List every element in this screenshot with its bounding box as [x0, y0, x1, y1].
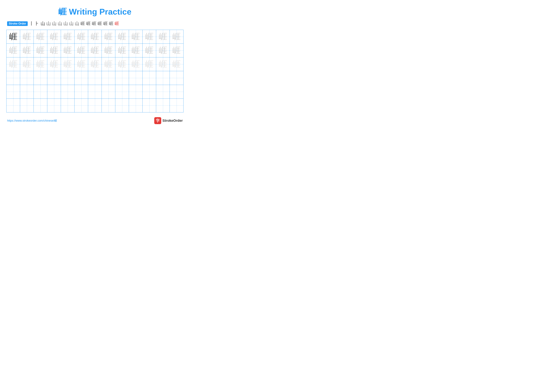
grid-cell-5-7[interactable]	[88, 85, 102, 99]
char-light: 崕	[172, 45, 181, 56]
grid-cell-6-11[interactable]	[143, 99, 156, 112]
grid-cell-4-5[interactable]	[61, 71, 74, 85]
grid-cell-2-8: 崕	[102, 44, 115, 57]
grid-cell-6-7[interactable]	[88, 99, 102, 112]
footer-url[interactable]: https://www.strokeorder.com/chinese/崕	[7, 119, 57, 122]
char-light: 崕	[172, 31, 181, 42]
grid-cell-6-12[interactable]	[156, 99, 170, 112]
grid-row-4	[7, 71, 183, 85]
char-faint: 崕	[159, 59, 167, 70]
stroke-step-4: 山	[46, 21, 51, 27]
grid-cell-6-8[interactable]	[102, 99, 115, 112]
grid-cell-4-6[interactable]	[74, 71, 88, 85]
char-faint: 崕	[64, 59, 72, 70]
grid-cell-2-13: 崕	[170, 44, 183, 57]
grid-cell-5-8[interactable]	[102, 85, 115, 99]
char-faint: 崕	[145, 59, 153, 70]
grid-cell-3-3: 崕	[34, 57, 47, 71]
grid-cell-4-9[interactable]	[115, 71, 129, 85]
grid-cell-1-7: 崕	[88, 30, 102, 43]
char-light: 崕	[132, 31, 140, 42]
grid-cell-4-3[interactable]	[34, 71, 47, 85]
grid-cell-4-8[interactable]	[102, 71, 115, 85]
stroke-step-2: ⺊	[35, 21, 39, 27]
grid-cell-3-13: 崕	[170, 57, 183, 71]
grid-cell-6-6[interactable]	[74, 99, 88, 112]
grid-cell-3-9: 崕	[115, 57, 129, 71]
char-faint: 崕	[118, 59, 126, 70]
grid-cell-2-4: 崕	[47, 44, 61, 57]
char-light: 崕	[37, 45, 45, 56]
char-light: 崕	[104, 45, 113, 56]
grid-cell-1-9: 崕	[115, 30, 129, 43]
grid-cell-5-5[interactable]	[61, 85, 74, 99]
grid-cell-6-10[interactable]	[129, 99, 143, 112]
page-title: 崕 Writing Practice	[6, 5, 183, 17]
grid-cell-2-5: 崕	[61, 44, 74, 57]
grid-cell-5-9[interactable]	[115, 85, 129, 99]
grid-cell-3-5: 崕	[61, 57, 74, 71]
grid-row-6	[7, 99, 183, 112]
grid-cell-1-1: 崕	[7, 30, 20, 43]
grid-row-5	[7, 85, 183, 99]
grid-cell-5-1[interactable]	[7, 85, 20, 99]
char-faint: 崕	[9, 59, 17, 70]
grid-cell-4-10[interactable]	[129, 71, 143, 85]
grid-cell-4-1[interactable]	[7, 71, 20, 85]
grid-cell-6-5[interactable]	[61, 99, 74, 112]
char-faint: 崕	[77, 59, 85, 70]
stroke-step-10: 崕	[80, 21, 85, 27]
grid-cell-6-2[interactable]	[20, 99, 34, 112]
char-dark: 崕	[9, 31, 17, 42]
stroke-step-7: 山	[63, 21, 68, 27]
grid-cell-3-12: 崕	[156, 57, 170, 71]
stroke-sequence: 丨 ⺊ 山 山 山 山 山 山 山 崕 崕 崕 崕 崕 崕 崕	[29, 21, 119, 27]
char-light: 崕	[104, 31, 113, 42]
grid-cell-3-11: 崕	[143, 57, 156, 71]
footer-logo: 字 StrokeOrder	[154, 117, 183, 124]
grid-cell-1-12: 崕	[156, 30, 170, 43]
grid-cell-4-4[interactable]	[47, 71, 61, 85]
grid-cell-5-13[interactable]	[170, 85, 183, 99]
char-light: 崕	[91, 31, 99, 42]
grid-cell-4-2[interactable]	[20, 71, 34, 85]
char-light: 崕	[159, 45, 167, 56]
grid-cell-2-2: 崕	[20, 44, 34, 57]
grid-cell-4-13[interactable]	[170, 71, 183, 85]
grid-cell-2-6: 崕	[74, 44, 88, 57]
grid-cell-5-11[interactable]	[143, 85, 156, 99]
grid-cell-4-7[interactable]	[88, 71, 102, 85]
grid-cell-4-12[interactable]	[156, 71, 170, 85]
grid-cell-6-9[interactable]	[115, 99, 129, 112]
grid-cell-3-2: 崕	[20, 57, 34, 71]
grid-cell-6-4[interactable]	[47, 99, 61, 112]
grid-cell-2-10: 崕	[129, 44, 143, 57]
char-faint: 崕	[172, 59, 181, 70]
grid-cell-6-3[interactable]	[34, 99, 47, 112]
char-light: 崕	[23, 31, 31, 42]
grid-cell-5-6[interactable]	[74, 85, 88, 99]
stroke-order-row: Stroke Order 丨 ⺊ 山 山 山 山 山 山 山 崕 崕 崕 崕 崕…	[6, 21, 183, 27]
grid-cell-5-10[interactable]	[129, 85, 143, 99]
grid-cell-6-1[interactable]	[7, 99, 20, 112]
char-light: 崕	[50, 31, 58, 42]
char-light: 崕	[145, 45, 153, 56]
grid-cell-2-9: 崕	[115, 44, 129, 57]
char-light: 崕	[64, 45, 72, 56]
char-light: 崕	[64, 31, 72, 42]
grid-cell-5-4[interactable]	[47, 85, 61, 99]
grid-row-2: 崕 崕 崕 崕 崕 崕 崕 崕 崕 崕 崕 崕	[7, 44, 183, 57]
grid-cell-1-13: 崕	[170, 30, 183, 43]
char-light: 崕	[77, 45, 85, 56]
grid-cell-6-13[interactable]	[170, 99, 183, 112]
stroke-step-9: 山	[75, 21, 79, 27]
grid-cell-1-10: 崕	[129, 30, 143, 43]
stroke-step-8: 山	[69, 21, 73, 27]
grid-cell-5-12[interactable]	[156, 85, 170, 99]
stroke-step-6: 山	[58, 21, 62, 27]
char-faint: 崕	[23, 59, 31, 70]
grid-cell-5-2[interactable]	[20, 85, 34, 99]
grid-cell-5-3[interactable]	[34, 85, 47, 99]
char-light: 崕	[50, 45, 58, 56]
grid-cell-4-11[interactable]	[143, 71, 156, 85]
